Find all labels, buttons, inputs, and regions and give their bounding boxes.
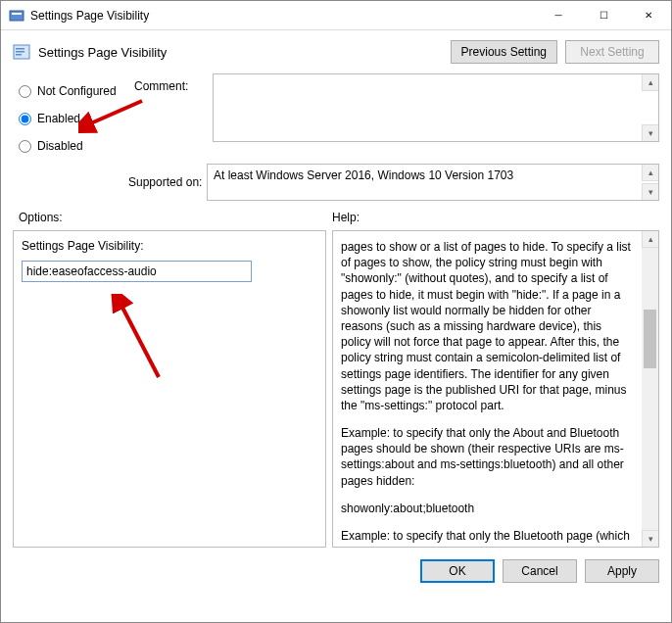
policy-icon (13, 43, 30, 61)
scrollbar-thumb[interactable] (644, 310, 656, 368)
help-panel: pages to show or a list of pages to hide… (332, 230, 659, 548)
svg-rect-5 (16, 54, 22, 56)
help-scrollbar[interactable]: ▴ ▾ (642, 231, 658, 547)
titlebar: Settings Page Visibility ─ ☐ ✕ (1, 1, 671, 30)
radio-not-configured-label: Not Configured (37, 84, 117, 98)
svg-rect-1 (12, 13, 22, 15)
help-text: pages to show or a list of pages to hide… (341, 239, 635, 548)
radio-not-configured-input[interactable] (19, 85, 31, 98)
radio-disabled[interactable]: Disabled (19, 132, 134, 160)
minimize-button[interactable]: ─ (536, 1, 581, 30)
apply-button[interactable]: Apply (585, 559, 659, 583)
supported-on-text: At least Windows Server 2016, Windows 10… (214, 168, 513, 182)
scroll-up-icon[interactable]: ▴ (642, 74, 658, 91)
ok-button[interactable]: OK (420, 559, 495, 583)
help-label: Help: (332, 211, 360, 224)
help-p4: Example: to specify that only the Blueto… (341, 528, 635, 548)
radio-disabled-label: Disabled (37, 139, 83, 153)
window-title: Settings Page Visibility (30, 9, 536, 23)
comment-textbox[interactable]: ▴ ▾ (213, 73, 659, 142)
svg-rect-0 (10, 11, 24, 21)
page-title: Settings Page Visibility (38, 45, 443, 60)
radio-not-configured[interactable]: Not Configured (19, 77, 134, 105)
close-button[interactable]: ✕ (626, 1, 671, 30)
options-panel: Settings Page Visibility: (13, 230, 326, 548)
help-p2: Example: to specify that only the About … (341, 425, 635, 489)
supported-on-label: Supported on: (128, 175, 207, 189)
scroll-down-icon[interactable]: ▾ (642, 124, 658, 141)
supported-row: Supported on: At least Windows Server 20… (1, 162, 671, 205)
options-label: Options: (19, 211, 332, 224)
visibility-input[interactable] (22, 261, 252, 282)
config-area: Not Configured Enabled Disabled Comment:… (1, 70, 671, 162)
state-radios: Not Configured Enabled Disabled (19, 73, 134, 160)
panels: Settings Page Visibility: pages to show … (1, 228, 671, 553)
radio-disabled-input[interactable] (19, 140, 31, 153)
svg-rect-4 (16, 51, 24, 53)
radio-enabled-label: Enabled (37, 112, 80, 125)
previous-setting-button[interactable]: Previous Setting (451, 40, 557, 64)
maximize-button[interactable]: ☐ (581, 1, 626, 30)
comment-label: Comment: (134, 79, 213, 160)
cancel-button[interactable]: Cancel (503, 559, 577, 583)
header: Settings Page Visibility Previous Settin… (1, 30, 671, 70)
next-setting-button[interactable]: Next Setting (565, 40, 659, 64)
radio-enabled[interactable]: Enabled (19, 105, 134, 132)
scroll-down-icon[interactable]: ▾ (642, 183, 658, 200)
panels-header: Options: Help: (1, 205, 671, 228)
svg-rect-3 (16, 48, 24, 50)
footer: OK Cancel Apply (1, 553, 671, 591)
app-icon (9, 8, 24, 24)
visibility-field-label: Settings Page Visibility: (22, 239, 317, 253)
radio-enabled-input[interactable] (19, 113, 31, 125)
help-p1: pages to show or a list of pages to hide… (341, 239, 635, 413)
scroll-up-icon[interactable]: ▴ (642, 231, 658, 248)
scroll-down-icon[interactable]: ▾ (642, 530, 658, 547)
help-p3: showonly:about;bluetooth (341, 501, 635, 516)
supported-on-textbox: At least Windows Server 2016, Windows 10… (207, 164, 659, 201)
scroll-up-icon[interactable]: ▴ (642, 165, 658, 181)
